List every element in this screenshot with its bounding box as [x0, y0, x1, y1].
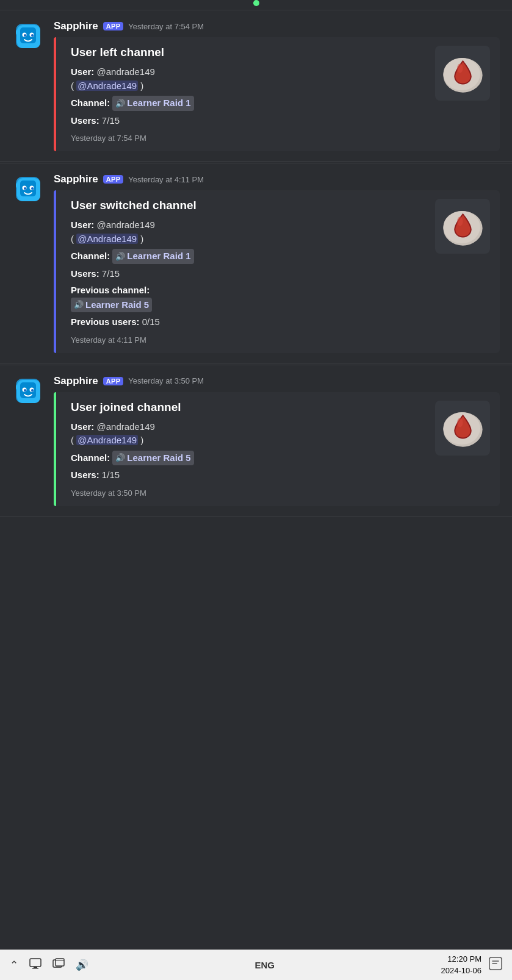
svg-point-6	[31, 34, 34, 37]
message-card-1: Sapphire APP Yesterday at 7:54 PM User l…	[0, 10, 512, 162]
svg-rect-36	[30, 959, 41, 967]
message-header-3: Sapphire APP Yesterday at 3:50 PM	[54, 375, 500, 387]
embed-border-2	[54, 190, 56, 353]
svg-point-18	[31, 187, 34, 190]
user-mention-1: @Andrade149	[76, 80, 138, 91]
message-card-3: Sapphire APP Yesterday at 3:50 PM User j…	[0, 365, 512, 517]
taskbar-notification-icon[interactable]	[489, 957, 502, 973]
timestamp-1: Yesterday at 7:54 PM	[128, 22, 204, 31]
user-mention-2: @Andrade149	[76, 234, 138, 244]
embed-1: User left channel User: @andrade149( @An…	[54, 37, 500, 151]
speaker-icon-4: 🔊	[115, 452, 125, 464]
message-body-3: Sapphire APP Yesterday at 3:50 PM User j…	[54, 375, 500, 506]
taskbar-window-icon[interactable]	[52, 958, 65, 972]
taskbar-right: 12:20 PM 2024-10-06	[441, 954, 502, 976]
speaker-icon-1: 🔊	[115, 98, 125, 110]
embed-field-3-1: Channel: 🔊 Learner Raid 5	[71, 451, 428, 466]
svg-point-23	[457, 216, 463, 226]
avatar-1	[12, 20, 44, 52]
embed-field-2-3: Previous channel: 🔊 Learner Raid 5	[71, 284, 428, 312]
svg-rect-38	[32, 968, 38, 969]
app-badge-2: APP	[103, 175, 124, 184]
taskbar-screen-icon[interactable]	[29, 958, 41, 972]
embed-field-2-4: Previous users: 0/15	[71, 315, 428, 329]
embed-thumbnail-2	[435, 199, 490, 254]
sender-name-2: Sapphire	[54, 173, 98, 185]
app-badge-3: APP	[103, 377, 124, 385]
embed-title-3: User joined channel	[71, 401, 428, 414]
sender-name-1: Sapphire	[54, 20, 98, 32]
message-body-2: Sapphire APP Yesterday at 4:11 PM User s…	[54, 173, 500, 353]
svg-point-30	[31, 389, 34, 392]
embed-thumbnail-3	[435, 401, 490, 456]
taskbar-left: ⌃ 🔊	[10, 958, 88, 972]
taskbar-date-display: 2024-10-06	[441, 965, 481, 976]
taskbar: ⌃ 🔊 ENG 12:20 PM 2024-10-06	[0, 950, 512, 980]
message-card-2: Sapphire APP Yesterday at 4:11 PM User s…	[0, 163, 512, 363]
embed-field-1-2: Users: 7/15	[71, 114, 428, 128]
svg-point-29	[24, 389, 26, 392]
embed-field-3-2: Users: 1/15	[71, 468, 428, 482]
embed-field-3-0: User: @andrade149( @Andrade149 )	[71, 420, 428, 448]
embed-content-1: User left channel User: @andrade149( @An…	[63, 46, 428, 143]
timestamp-2: Yesterday at 4:11 PM	[128, 175, 204, 184]
taskbar-time-display: 12:20 PM	[447, 954, 481, 965]
message-header-1: Sapphire APP Yesterday at 7:54 PM	[54, 20, 500, 32]
taskbar-datetime: 12:20 PM 2024-10-06	[441, 954, 481, 976]
embed-field-2-1: Channel: 🔊 Learner Raid 1	[71, 249, 428, 264]
svg-point-5	[24, 34, 26, 37]
taskbar-language: ENG	[254, 960, 275, 970]
svg-rect-31	[16, 385, 20, 390]
channel-tag-4: 🔊 Learner Raid 5	[112, 451, 193, 466]
user-mention-3: @Andrade149	[76, 435, 138, 445]
svg-rect-20	[36, 183, 40, 188]
sender-name-3: Sapphire	[54, 375, 98, 387]
embed-field-2-2: Users: 7/15	[71, 267, 428, 281]
embed-timestamp-3: Yesterday at 3:50 PM	[71, 488, 428, 498]
channel-tag-1: 🔊 Learner Raid 1	[112, 96, 193, 111]
embed-field-2-0: User: @andrade149( @Andrade149 )	[71, 218, 428, 246]
embed-thumbnail-1	[435, 46, 490, 101]
embed-title-2: User switched channel	[71, 199, 428, 212]
embed-field-1-0: User: @andrade149( @Andrade149 )	[71, 65, 428, 93]
avatar-2	[12, 173, 44, 205]
speaker-icon-3: 🔊	[74, 299, 84, 311]
embed-title-1: User left channel	[71, 46, 428, 59]
svg-point-17	[24, 187, 26, 190]
avatar-3	[12, 375, 44, 407]
embed-timestamp-2: Yesterday at 4:11 PM	[71, 335, 428, 345]
svg-rect-8	[36, 30, 40, 35]
svg-rect-32	[36, 385, 40, 390]
channel-tag-2: 🔊 Learner Raid 1	[112, 249, 193, 264]
embed-3: User joined channel User: @andrade149( @…	[54, 392, 500, 506]
taskbar-center: ENG	[254, 960, 275, 970]
timestamp-3: Yesterday at 3:50 PM	[128, 376, 204, 385]
embed-timestamp-1: Yesterday at 7:54 PM	[71, 134, 428, 143]
messages-container: Sapphire APP Yesterday at 7:54 PM User l…	[0, 4, 512, 950]
embed-border-3	[54, 392, 56, 506]
svg-rect-7	[16, 30, 20, 35]
taskbar-volume-icon[interactable]: 🔊	[76, 959, 88, 971]
message-body-1: Sapphire APP Yesterday at 7:54 PM User l…	[54, 20, 500, 151]
svg-rect-37	[34, 967, 37, 968]
embed-border-1	[54, 37, 56, 151]
svg-rect-19	[16, 183, 20, 188]
channel-tag-3: 🔊 Learner Raid 5	[71, 298, 152, 313]
taskbar-chevron-icon[interactable]: ⌃	[10, 959, 18, 971]
embed-field-1-1: Channel: 🔊 Learner Raid 1	[71, 96, 428, 111]
svg-rect-40	[56, 959, 64, 966]
message-header-2: Sapphire APP Yesterday at 4:11 PM	[54, 173, 500, 185]
svg-point-11	[457, 63, 463, 73]
svg-point-35	[457, 418, 463, 427]
embed-2: User switched channel User: @andrade149(…	[54, 190, 500, 353]
embed-content-2: User switched channel User: @andrade149(…	[63, 199, 428, 345]
embed-content-3: User joined channel User: @andrade149( @…	[63, 401, 428, 498]
app-badge-1: APP	[103, 22, 124, 30]
speaker-icon-2: 🔊	[115, 251, 125, 263]
